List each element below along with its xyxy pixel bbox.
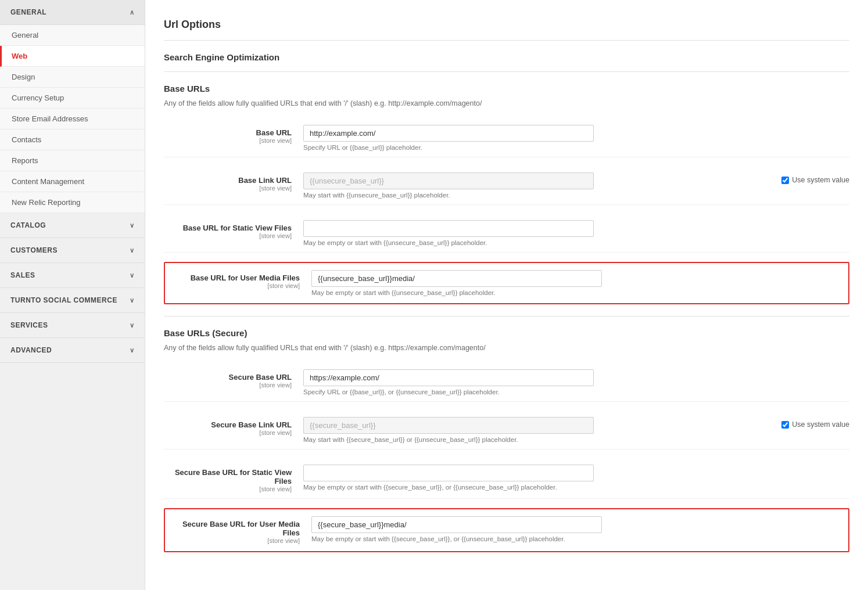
url-options-title: Url Options — [164, 19, 849, 31]
sidebar-section-services[interactable]: SERVICES ∨ — [0, 313, 145, 338]
field-base-url-media: Base URL for User Media Files [store vie… — [164, 262, 849, 304]
label-base-url-media: Base URL for User Media Files — [172, 274, 300, 282]
sidebar-section-sales-chevron: ∨ — [130, 272, 135, 279]
label-secure-static-url: Secure Base URL for Static View Files — [164, 468, 292, 485]
sidebar-section-advanced-label: ADVANCED — [10, 346, 52, 354]
sidebar-section-general[interactable]: GENERAL ∧ — [0, 0, 145, 25]
input-secure-static-url[interactable] — [303, 465, 594, 481]
sidebar-section-sales[interactable]: SALES ∨ — [0, 263, 145, 288]
label-base-url: Base URL — [164, 128, 292, 137]
main-content: Url Options Search Engine Optimization B… — [145, 0, 868, 590]
sidebar-general-items: General Web Design Currency Setup Store … — [0, 25, 145, 213]
hint-secure-link-url: May start with {{secure_base_url}} or {{… — [303, 436, 772, 443]
hint-secure-media-url: May be empty or start with {{secure_base… — [311, 535, 841, 542]
field-secure-static-url: Secure Base URL for Static View Files [s… — [164, 459, 849, 499]
sidebar-section-services-label: SERVICES — [10, 321, 48, 329]
seo-title: Search Engine Optimization — [164, 52, 849, 62]
sidebar-section-general-label: GENERAL — [10, 8, 46, 16]
sub-base-url-media: [store view] — [172, 282, 300, 289]
hint-secure-base-url: Specify URL or {{base_url}}, or {{unsecu… — [303, 388, 849, 395]
sidebar-section-customers-chevron: ∨ — [130, 247, 135, 254]
field-base-url-static: Base URL for Static View Files [store vi… — [164, 214, 849, 253]
sub-base-url-static: [store view] — [164, 232, 292, 239]
checkbox-system-secure-link-url[interactable] — [781, 421, 789, 429]
sidebar-section-catalog-label: CATALOG — [10, 221, 46, 229]
system-value-label-2: Use system value — [792, 420, 849, 429]
label-secure-link-url: Secure Base Link URL — [164, 420, 292, 429]
sub-secure-media-url: [store view] — [172, 537, 300, 544]
label-secure-base-url: Secure Base URL — [164, 373, 292, 382]
hint-base-url-static: May be empty or start with {{unsecure_ba… — [303, 239, 849, 246]
sidebar-section-turnto-label: TURNTO SOCIAL COMMERCE — [10, 296, 117, 304]
sidebar-section-catalog[interactable]: CATALOG ∨ — [0, 213, 145, 238]
sidebar-item-store-email[interactable]: Store Email Addresses — [0, 109, 145, 129]
input-base-url-static[interactable] — [303, 220, 594, 237]
input-secure-media-url[interactable] — [311, 516, 602, 533]
field-base-link-url: Base Link URL [store view] May start wit… — [164, 167, 849, 205]
hint-base-url: Specify URL or {{base_url}} placeholder. — [303, 144, 849, 151]
sidebar: GENERAL ∧ General Web Design Currency Se… — [0, 0, 145, 590]
sidebar-section-advanced[interactable]: ADVANCED ∨ — [0, 338, 145, 363]
divider-1 — [164, 40, 849, 41]
system-value-label-1: Use system value — [792, 176, 849, 184]
checkbox-system-base-link-url[interactable] — [781, 177, 789, 184]
input-secure-link-url — [303, 417, 594, 434]
sidebar-item-general[interactable]: General — [0, 25, 145, 46]
sidebar-section-turnto[interactable]: TURNTO SOCIAL COMMERCE ∨ — [0, 288, 145, 313]
input-base-link-url — [303, 172, 594, 189]
sidebar-section-customers-label: CUSTOMERS — [10, 246, 58, 254]
field-secure-media-url: Secure Base URL for User Media Files [st… — [164, 508, 849, 552]
field-secure-base-url: Secure Base URL [store view] Specify URL… — [164, 364, 849, 402]
hint-base-link-url: May start with {{unsecure_base_url}} pla… — [303, 192, 772, 199]
sub-secure-link-url: [store view] — [164, 429, 292, 436]
label-base-link-url: Base Link URL — [164, 176, 292, 185]
sidebar-item-content-management[interactable]: Content Management — [0, 171, 145, 192]
sub-base-url: [store view] — [164, 137, 292, 144]
sidebar-item-currency-setup[interactable]: Currency Setup — [0, 88, 145, 109]
sidebar-section-catalog-chevron: ∨ — [130, 222, 135, 229]
input-secure-base-url[interactable] — [303, 369, 594, 386]
sidebar-section-sales-label: SALES — [10, 271, 35, 279]
divider-2 — [164, 71, 849, 72]
base-urls-title: Base URLs — [164, 84, 849, 93]
sidebar-section-services-chevron: ∨ — [130, 322, 135, 329]
divider-3 — [164, 316, 849, 316]
input-base-url-media[interactable] — [311, 270, 602, 287]
field-base-url: Base URL [store view] Specify URL or {{b… — [164, 119, 849, 157]
sidebar-item-web[interactable]: Web — [0, 46, 145, 67]
sidebar-item-design[interactable]: Design — [0, 67, 145, 88]
label-base-url-static: Base URL for Static View Files — [164, 224, 292, 232]
sub-secure-static-url: [store view] — [164, 485, 292, 492]
sub-base-link-url: [store view] — [164, 185, 292, 192]
secure-urls-desc: Any of the fields allow fully qualified … — [164, 344, 849, 352]
sidebar-section-turnto-chevron: ∨ — [130, 297, 135, 304]
input-base-url[interactable] — [303, 125, 594, 142]
sidebar-item-new-relic[interactable]: New Relic Reporting — [0, 192, 145, 213]
hint-secure-static-url: May be empty or start with {{secure_base… — [303, 484, 849, 491]
sidebar-item-contacts[interactable]: Contacts — [0, 129, 145, 150]
label-secure-media-url: Secure Base URL for User Media Files — [172, 520, 300, 537]
hint-base-url-media: May be empty or start with {{unsecure_ba… — [311, 289, 841, 296]
sidebar-section-general-chevron: ∧ — [130, 9, 135, 16]
sidebar-section-advanced-chevron: ∨ — [130, 347, 135, 354]
sidebar-section-customers[interactable]: CUSTOMERS ∨ — [0, 238, 145, 263]
secure-urls-title: Base URLs (Secure) — [164, 328, 849, 338]
system-value-secure-link-url: Use system value — [772, 417, 849, 429]
sub-secure-base-url: [store view] — [164, 382, 292, 388]
sidebar-item-reports[interactable]: Reports — [0, 150, 145, 171]
field-secure-link-url: Secure Base Link URL [store view] May st… — [164, 411, 849, 449]
system-value-base-link-url: Use system value — [772, 172, 849, 184]
base-urls-desc: Any of the fields allow fully qualified … — [164, 99, 849, 107]
